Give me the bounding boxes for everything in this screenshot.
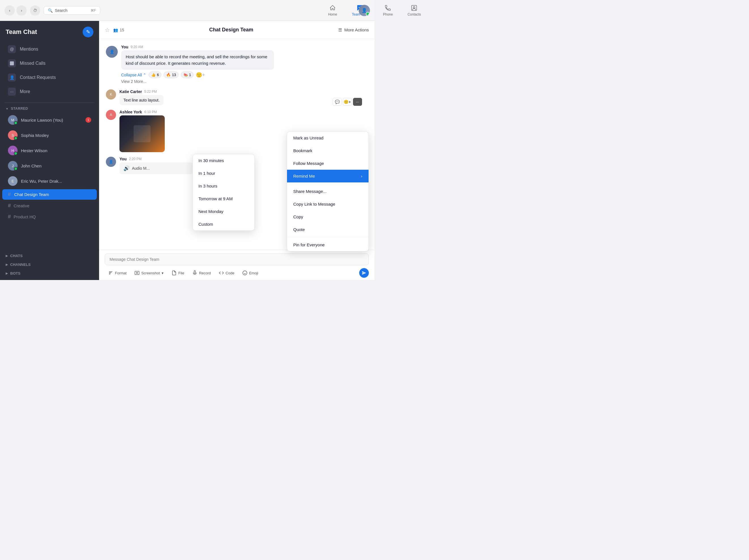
contact-item-eric[interactable]: E Eric Wu, Peter Drak... [2,174,97,188]
time-2: 5:22 PM [144,90,157,94]
remind-submenu: In 30 minutes In 1 hour In 3 hours Tomor… [192,154,255,231]
screenshot-dropdown-arrow: ▾ [162,271,164,275]
message-actions-2: 💬 🙂+ ··· [333,98,362,106]
channels-label: CHANNELS [10,263,30,267]
contact-item-hester[interactable]: H Hester Wilson [2,143,97,158]
context-follow-message[interactable]: Follow Message [287,157,368,170]
context-mark-unread[interactable]: Mark as Unread [287,132,368,144]
message-input[interactable] [105,253,369,265]
reaction-thumbs-up[interactable]: 👍 6 [149,71,162,78]
remind-1hour[interactable]: In 1 hour [193,167,255,180]
time-3: 6:10 PM [144,110,157,114]
channels-arrow: ▶ [6,263,8,266]
chats-section[interactable]: ▶ CHATS [0,251,99,260]
chat-header-left: ☆ 👥 15 [105,27,124,33]
image-message [120,115,165,152]
svg-point-6 [242,271,247,275]
back-button[interactable]: ‹ [4,5,15,16]
context-pin-everyone[interactable]: Pin for Everyone [287,239,368,251]
context-copy-link[interactable]: Copy Link to Message [287,198,368,210]
context-divider-1 [287,183,368,184]
context-quote[interactable]: Quote [287,223,368,236]
context-share-label: Share Message... [293,189,327,194]
sidebar-item-missed-calls[interactable]: Missed Calls [2,57,97,70]
collapse-all-button[interactable]: Collapse All ⌃ [121,73,146,77]
add-reaction-button[interactable]: 🙂+ [196,72,205,78]
avatar-msg4: 👤 [106,157,116,167]
audio-label: Audio M... [132,166,150,171]
more-actions-button[interactable]: ☰ More Actions [338,27,369,32]
user-avatar[interactable]: 👤 [359,5,370,16]
record-button[interactable]: Record [189,269,214,277]
reactions-bar-1: Collapse All ⌃ 👍 6 🔥 13 [121,71,368,78]
history-button[interactable]: ⏱ [30,5,40,16]
code-button[interactable]: Code [215,269,238,277]
sidebar-item-more[interactable]: ··· More [2,85,97,98]
starred-section-header[interactable]: ▼ STARRED [0,105,99,112]
chevron-right-icon: › [361,174,362,178]
starred-label: STARRED [11,107,28,111]
sidebar-item-mentions[interactable]: @ Mentions [2,42,97,56]
context-divider-2 [287,237,368,237]
emoji-label: Emoji [249,271,258,275]
reaction-emoji-2: 🔥 [166,73,171,77]
search-bar[interactable]: 🔍 Search ⌘F [44,6,100,15]
context-share-message[interactable]: Share Message... [287,185,368,198]
channel-item-product-hq[interactable]: # Product HQ [2,212,97,222]
context-remind-me[interactable]: Remind Me › [287,170,368,182]
avatar-msg2: K [106,89,116,99]
channel-item-chat-design-team[interactable]: # Chat Design Team [2,189,97,200]
file-button[interactable]: File [168,269,188,277]
remind-monday[interactable]: Next Monday [193,205,255,218]
message-group-2: K Katie Carter 5:22 PM Text line auto la… [106,89,368,105]
sidebar-item-contact-requests[interactable]: 👤 Contact Requests [2,71,97,84]
mentions-label: Mentions [20,47,38,52]
sender-2: Katie Carter [120,89,142,94]
forward-button[interactable]: › [16,5,27,16]
contact-item-maurice[interactable]: M Maurice Lawson (You) 1 [2,113,97,127]
format-button[interactable]: Format [105,269,130,277]
remind-tomorrow[interactable]: Tomorrow at 9 AM [193,192,255,205]
context-pin-label: Pin for Everyone [293,242,325,247]
context-bookmark-label: Bookmark [293,148,313,153]
channel-hash-2: # [8,203,11,209]
remind-3hours[interactable]: In 3 hours [193,180,255,192]
contact-name-eric: Eric Wu, Peter Drak... [21,179,62,183]
context-bookmark[interactable]: Bookmark [287,144,368,157]
sidebar-nav: @ Mentions Missed Calls 👤 Contact Reques… [0,41,99,100]
compose-button[interactable]: ✎ [83,27,93,37]
view-more-button[interactable]: View 2 More... [121,78,146,85]
reaction-fire[interactable]: 🔥 13 [164,71,178,78]
channel-item-creative[interactable]: # Creative [2,201,97,211]
members-button[interactable]: 👥 15 [113,28,124,32]
channels-section[interactable]: ▶ CHANNELS [0,260,99,269]
remind-custom[interactable]: Custom [193,218,255,230]
collapse-chevron: ⌃ [143,73,146,77]
more-action-btn[interactable]: ··· [353,98,362,106]
code-label: Code [226,271,234,275]
emoji-button[interactable]: Emoji [239,269,262,277]
more-label: More [20,89,30,94]
message-meta-3: Ashlee York 6:10 PM [120,110,368,114]
more-icon: ··· [8,88,16,96]
contact-item-john[interactable]: J John Chen [2,159,97,173]
bots-section[interactable]: ▶ BOTS [0,269,99,278]
message-meta-1: You 9:20 AM [121,45,368,49]
channel-name-creative: Creative [14,203,29,208]
chats-arrow: ▶ [6,254,8,257]
message-meta-2: Katie Carter 5:22 PM [120,89,368,94]
remind-30min[interactable]: In 30 minutes [193,154,255,167]
nav-home[interactable]: Home [325,3,340,18]
react-action-btn[interactable]: 🙂+ [343,98,352,106]
context-copy[interactable]: Copy [287,210,368,223]
avatar-msg1: 👤 [106,46,118,58]
context-follow-label: Follow Message [293,161,324,166]
send-button[interactable] [359,268,369,278]
star-button[interactable]: ☆ [105,27,110,33]
reaction-watermelon[interactable]: 🍉 1 [181,71,194,78]
reply-action-btn[interactable]: 💬 [333,98,342,106]
avatar-john: J [8,161,18,171]
screenshot-button[interactable]: Screenshot ▾ [131,269,167,277]
contact-item-sophia[interactable]: S Sophia Mosley [2,128,97,142]
input-toolbar: Format Screenshot ▾ File [105,268,369,278]
